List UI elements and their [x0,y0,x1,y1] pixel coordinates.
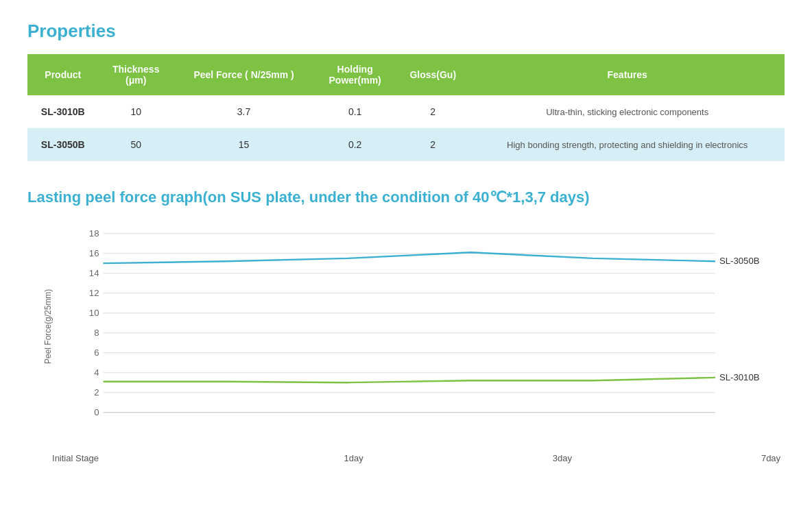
cell-peel_force: 3.7 [174,95,314,128]
properties-title: Properties [27,21,785,42]
svg-text:2: 2 [94,387,99,398]
cell-gloss: 2 [396,95,470,128]
chart-container: Peel Force(g/25mm) 024681012141618SL-305… [27,227,785,460]
cell-peel_force: 15 [174,128,314,161]
col-features: Features [470,54,785,95]
svg-text:SL-3010B: SL-3010B [719,372,760,382]
svg-text:8: 8 [94,328,99,338]
svg-text:16: 16 [89,248,99,258]
y-axis-label: Peel Force(g/25mm) [43,323,53,364]
cell-gloss: 2 [396,128,470,161]
cell-features: Ultra-thin, sticking electronic componen… [470,95,785,128]
svg-text:12: 12 [89,288,99,298]
properties-table: Product Thickness(μm) Peel Force ( N/25m… [27,54,785,161]
x-label: 3day [553,453,572,463]
col-thickness: Thickness(μm) [99,54,174,95]
svg-text:4: 4 [94,367,99,378]
cell-thickness: 10 [99,95,174,128]
svg-text:0: 0 [94,407,99,417]
table-row: SL-3050B50150.22High bonding strength, p… [27,128,785,161]
svg-text:10: 10 [89,308,99,318]
col-gloss: Gloss(Gu) [396,54,470,95]
svg-text:6: 6 [94,347,99,358]
cell-holding_power: 0.2 [314,128,396,161]
table-row: SL-3010B103.70.12Ultra-thin, sticking el… [27,95,785,128]
graph-title: Lasting peel force graph(on SUS plate, u… [27,188,785,206]
cell-product: SL-3050B [27,128,99,161]
cell-product: SL-3010B [27,95,99,128]
x-label: 1day [344,453,363,463]
svg-text:18: 18 [89,228,99,239]
x-label: 7day [761,453,780,463]
cell-features: High bonding strength, protecting and sh… [470,128,785,161]
x-label: Initial Stage [52,453,99,463]
cell-thickness: 50 [99,128,174,161]
chart-area: 024681012141618SL-3050BSL-3010B [75,227,771,426]
col-holding-power: HoldingPower(mm) [314,54,396,95]
chart-svg: 024681012141618SL-3050BSL-3010B [75,227,771,426]
cell-holding_power: 0.1 [314,95,396,128]
col-product: Product [27,54,99,95]
svg-text:14: 14 [89,268,99,278]
col-peel-force: Peel Force ( N/25mm ) [174,54,314,95]
svg-text:SL-3050B: SL-3050B [719,256,760,266]
